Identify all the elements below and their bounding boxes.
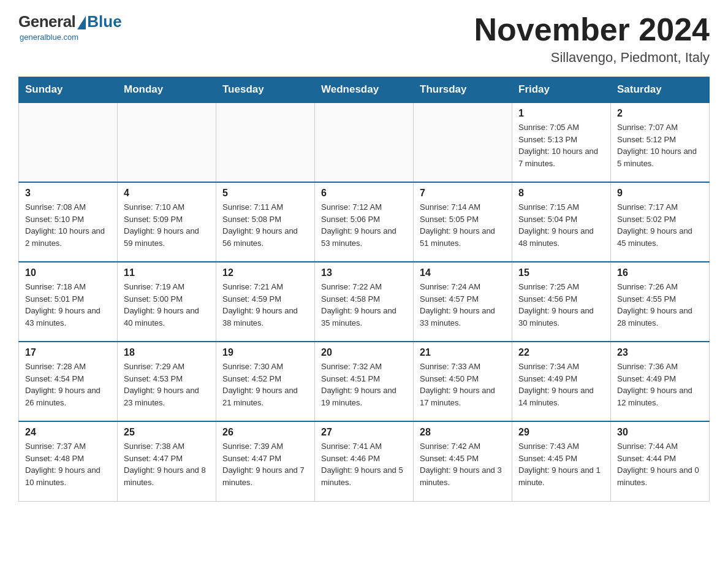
day-info: Sunrise: 7:21 AMSunset: 4:59 PMDaylight:… <box>222 281 308 329</box>
calendar-week-2: 3Sunrise: 7:08 AMSunset: 5:10 PMDaylight… <box>19 182 710 262</box>
day-info: Sunrise: 7:29 AMSunset: 4:53 PMDaylight:… <box>124 361 210 408</box>
calendar-title: November 2024 <box>474 12 710 47</box>
day-number: 30 <box>617 427 703 438</box>
calendar-cell: 8Sunrise: 7:15 AMSunset: 5:04 PMDaylight… <box>512 182 611 262</box>
day-number: 21 <box>420 347 506 358</box>
calendar-cell: 22Sunrise: 7:34 AMSunset: 4:49 PMDayligh… <box>512 342 611 421</box>
day-info: Sunrise: 7:32 AMSunset: 4:51 PMDaylight:… <box>321 361 407 408</box>
day-number: 16 <box>617 267 703 278</box>
calendar-cell: 4Sunrise: 7:10 AMSunset: 5:09 PMDaylight… <box>118 182 216 262</box>
day-number: 27 <box>321 427 407 438</box>
weekday-header-tuesday: Tuesday <box>216 77 315 103</box>
day-info: Sunrise: 7:10 AMSunset: 5:09 PMDaylight:… <box>124 201 210 249</box>
calendar-cell: 23Sunrise: 7:36 AMSunset: 4:49 PMDayligh… <box>611 342 710 421</box>
day-number: 12 <box>222 267 308 278</box>
day-number: 1 <box>518 108 604 119</box>
calendar-subtitle: Sillavengo, Piedmont, Italy <box>474 50 710 66</box>
weekday-header-friday: Friday <box>512 77 611 103</box>
calendar-cell <box>414 102 512 182</box>
day-info: Sunrise: 7:22 AMSunset: 4:58 PMDaylight:… <box>321 281 407 329</box>
day-number: 19 <box>222 347 308 358</box>
day-number: 15 <box>518 267 604 278</box>
weekday-header-sunday: Sunday <box>19 77 118 103</box>
calendar-cell <box>216 102 315 182</box>
calendar-cell: 12Sunrise: 7:21 AMSunset: 4:59 PMDayligh… <box>216 262 315 342</box>
day-info: Sunrise: 7:37 AMSunset: 4:48 PMDaylight:… <box>25 440 111 488</box>
calendar-table: SundayMondayTuesdayWednesdayThursdayFrid… <box>18 77 710 502</box>
day-info: Sunrise: 7:41 AMSunset: 4:46 PMDaylight:… <box>321 440 407 488</box>
day-number: 10 <box>25 267 111 278</box>
day-number: 14 <box>420 267 506 278</box>
day-number: 3 <box>25 188 111 199</box>
calendar-week-4: 17Sunrise: 7:28 AMSunset: 4:54 PMDayligh… <box>19 342 710 421</box>
logo-blue-text: Blue <box>87 12 121 31</box>
calendar-cell: 24Sunrise: 7:37 AMSunset: 4:48 PMDayligh… <box>19 421 118 501</box>
calendar-cell: 29Sunrise: 7:43 AMSunset: 4:45 PMDayligh… <box>512 421 611 501</box>
calendar-cell: 17Sunrise: 7:28 AMSunset: 4:54 PMDayligh… <box>19 342 118 421</box>
calendar-cell: 16Sunrise: 7:26 AMSunset: 4:55 PMDayligh… <box>611 262 710 342</box>
day-info: Sunrise: 7:08 AMSunset: 5:10 PMDaylight:… <box>25 201 111 249</box>
calendar-cell: 20Sunrise: 7:32 AMSunset: 4:51 PMDayligh… <box>315 342 414 421</box>
day-info: Sunrise: 7:43 AMSunset: 4:45 PMDaylight:… <box>518 440 604 488</box>
day-number: 17 <box>25 347 111 358</box>
calendar-cell: 2Sunrise: 7:07 AMSunset: 5:12 PMDaylight… <box>611 102 710 182</box>
day-info: Sunrise: 7:05 AMSunset: 5:13 PMDaylight:… <box>518 121 604 169</box>
logo-subtitle: generalblue.com <box>20 33 78 42</box>
calendar-cell: 13Sunrise: 7:22 AMSunset: 4:58 PMDayligh… <box>315 262 414 342</box>
logo: General Blue generalblue.com <box>18 12 122 42</box>
day-info: Sunrise: 7:25 AMSunset: 4:56 PMDaylight:… <box>518 281 604 329</box>
day-info: Sunrise: 7:14 AMSunset: 5:05 PMDaylight:… <box>420 201 506 249</box>
weekday-header-row: SundayMondayTuesdayWednesdayThursdayFrid… <box>19 77 710 103</box>
day-number: 23 <box>617 347 703 358</box>
calendar-title-block: November 2024 Sillavengo, Piedmont, Ital… <box>474 12 710 66</box>
day-info: Sunrise: 7:36 AMSunset: 4:49 PMDaylight:… <box>617 361 703 408</box>
day-info: Sunrise: 7:07 AMSunset: 5:12 PMDaylight:… <box>617 121 703 169</box>
day-number: 8 <box>518 188 604 199</box>
day-number: 24 <box>25 427 111 438</box>
calendar-week-5: 24Sunrise: 7:37 AMSunset: 4:48 PMDayligh… <box>19 421 710 501</box>
day-info: Sunrise: 7:30 AMSunset: 4:52 PMDaylight:… <box>222 361 308 408</box>
calendar-cell: 27Sunrise: 7:41 AMSunset: 4:46 PMDayligh… <box>315 421 414 501</box>
calendar-cell <box>118 102 216 182</box>
day-number: 13 <box>321 267 407 278</box>
day-info: Sunrise: 7:15 AMSunset: 5:04 PMDaylight:… <box>518 201 604 249</box>
calendar-cell <box>315 102 414 182</box>
day-info: Sunrise: 7:24 AMSunset: 4:57 PMDaylight:… <box>420 281 506 329</box>
calendar-cell: 3Sunrise: 7:08 AMSunset: 5:10 PMDaylight… <box>19 182 118 262</box>
day-number: 11 <box>124 267 210 278</box>
weekday-header-thursday: Thursday <box>414 77 512 103</box>
calendar-cell: 10Sunrise: 7:18 AMSunset: 5:01 PMDayligh… <box>19 262 118 342</box>
day-number: 25 <box>124 427 210 438</box>
calendar-cell: 15Sunrise: 7:25 AMSunset: 4:56 PMDayligh… <box>512 262 611 342</box>
weekday-header-saturday: Saturday <box>611 77 710 103</box>
day-number: 26 <box>222 427 308 438</box>
calendar-body: 1Sunrise: 7:05 AMSunset: 5:13 PMDaylight… <box>19 102 710 501</box>
day-info: Sunrise: 7:28 AMSunset: 4:54 PMDaylight:… <box>25 361 111 408</box>
calendar-cell: 6Sunrise: 7:12 AMSunset: 5:06 PMDaylight… <box>315 182 414 262</box>
day-number: 2 <box>617 108 703 119</box>
calendar-cell: 21Sunrise: 7:33 AMSunset: 4:50 PMDayligh… <box>414 342 512 421</box>
day-number: 4 <box>124 188 210 199</box>
weekday-header-monday: Monday <box>118 77 216 103</box>
day-info: Sunrise: 7:42 AMSunset: 4:45 PMDaylight:… <box>420 440 506 488</box>
day-number: 9 <box>617 188 703 199</box>
weekday-header-wednesday: Wednesday <box>315 77 414 103</box>
calendar-cell: 9Sunrise: 7:17 AMSunset: 5:02 PMDaylight… <box>611 182 710 262</box>
calendar-cell: 1Sunrise: 7:05 AMSunset: 5:13 PMDaylight… <box>512 102 611 182</box>
day-info: Sunrise: 7:26 AMSunset: 4:55 PMDaylight:… <box>617 281 703 329</box>
day-info: Sunrise: 7:38 AMSunset: 4:47 PMDaylight:… <box>124 440 210 488</box>
logo-triangle-icon <box>77 16 86 29</box>
calendar-cell: 18Sunrise: 7:29 AMSunset: 4:53 PMDayligh… <box>118 342 216 421</box>
calendar-header: SundayMondayTuesdayWednesdayThursdayFrid… <box>19 77 710 103</box>
calendar-cell <box>19 102 118 182</box>
day-info: Sunrise: 7:19 AMSunset: 5:00 PMDaylight:… <box>124 281 210 329</box>
day-number: 6 <box>321 188 407 199</box>
day-number: 7 <box>420 188 506 199</box>
day-number: 22 <box>518 347 604 358</box>
day-info: Sunrise: 7:17 AMSunset: 5:02 PMDaylight:… <box>617 201 703 249</box>
calendar-cell: 5Sunrise: 7:11 AMSunset: 5:08 PMDaylight… <box>216 182 315 262</box>
day-number: 5 <box>222 188 308 199</box>
page-header: General Blue generalblue.com November 20… <box>18 12 710 66</box>
day-number: 18 <box>124 347 210 358</box>
day-number: 29 <box>518 427 604 438</box>
